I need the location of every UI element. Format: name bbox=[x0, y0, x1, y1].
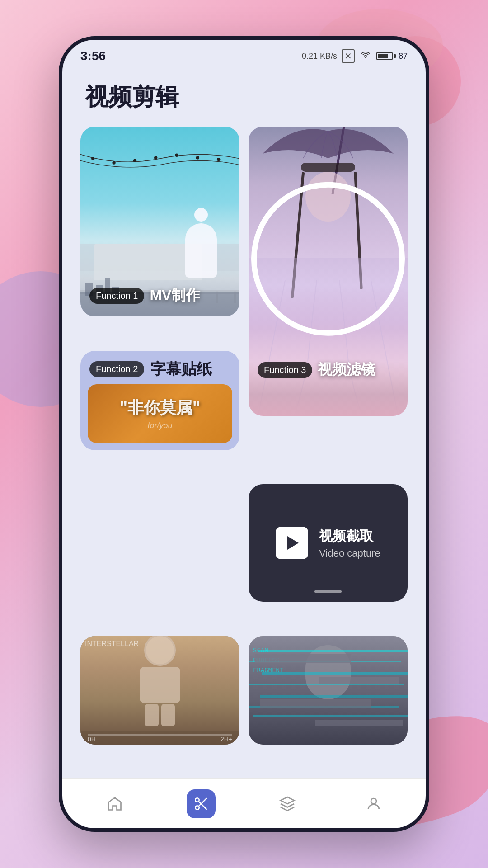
nav-item-profile[interactable] bbox=[342, 786, 405, 822]
calligraphy-text-2: for/you bbox=[147, 421, 172, 430]
capture-title: 视频截取 bbox=[319, 527, 380, 546]
svg-point-5 bbox=[175, 154, 178, 157]
capture-subtitle: Video capture bbox=[319, 547, 380, 559]
capture-slider bbox=[314, 590, 342, 593]
svg-point-2 bbox=[112, 161, 115, 164]
bottom-spacer bbox=[80, 769, 408, 778]
layers-icon bbox=[279, 796, 296, 812]
nav-edit-active-bg bbox=[187, 789, 216, 818]
svg-point-4 bbox=[154, 156, 157, 159]
video-progress-bar bbox=[88, 734, 232, 736]
status-icons: 0.21 KB/s ✕ 87 bbox=[302, 49, 408, 63]
svg-point-7 bbox=[217, 158, 220, 161]
card-capture[interactable]: 视频截取 Video capture bbox=[249, 484, 408, 602]
bottom-nav bbox=[62, 778, 426, 828]
status-bar: 3:56 0.21 KB/s ✕ 87 bbox=[62, 40, 426, 72]
filter-function-tag: Function 3 bbox=[258, 362, 312, 378]
svg-point-6 bbox=[196, 156, 199, 159]
glitch-image: SCANPROCESSFRAGMENT bbox=[249, 636, 408, 745]
play-icon bbox=[283, 534, 301, 552]
battery-icon: 87 bbox=[376, 52, 408, 61]
capture-text-block: 视频截取 Video capture bbox=[319, 527, 380, 559]
video-time-end: 2H+ bbox=[221, 736, 232, 743]
edit-scissors-icon bbox=[193, 796, 209, 811]
capture-icon-box bbox=[276, 527, 308, 559]
calligraphy-text-1: "非你莫属" bbox=[120, 397, 200, 419]
astronaut-image: INTERSTELLAR 0H 2H+ bbox=[80, 636, 239, 745]
wifi-icon bbox=[359, 50, 372, 62]
card-bottom-right[interactable]: SCANPROCESSFRAGMENT bbox=[249, 636, 408, 745]
mv-function-tag: Function 1 bbox=[89, 288, 144, 304]
svg-point-11 bbox=[195, 806, 199, 810]
filter-function-badge: Function 3 视频滤镜 bbox=[258, 360, 375, 380]
card-bottom-left[interactable]: INTERSTELLAR 0H 2H+ bbox=[80, 636, 239, 745]
svg-marker-9 bbox=[287, 536, 299, 550]
nav-item-edit[interactable] bbox=[169, 786, 233, 822]
svg-point-0 bbox=[365, 57, 366, 58]
status-time: 3:56 bbox=[80, 49, 106, 63]
profile-icon bbox=[366, 796, 382, 812]
subtitle-function-tag: Function 2 bbox=[89, 361, 144, 377]
svg-point-14 bbox=[371, 798, 376, 804]
phone-frame: 3:56 0.21 KB/s ✕ 87 视频剪辑 bbox=[59, 36, 429, 832]
card-subtitle-label[interactable]: Function 2 字幕贴纸 "非你莫属" for/you bbox=[80, 351, 239, 450]
home-icon bbox=[107, 796, 123, 812]
app-content: 视频剪辑 bbox=[62, 72, 426, 778]
x-icon: ✕ bbox=[342, 49, 355, 63]
svg-point-10 bbox=[195, 798, 199, 802]
filter-label: 视频滤镜 bbox=[318, 360, 375, 380]
grid-container: Function 1 MV制作 bbox=[80, 127, 408, 769]
mv-function-badge: Function 1 MV制作 bbox=[89, 286, 200, 306]
svg-point-3 bbox=[133, 159, 136, 162]
svg-point-1 bbox=[91, 157, 94, 160]
video-time-start: 0H bbox=[88, 736, 96, 743]
network-speed: 0.21 KB/s bbox=[302, 52, 337, 61]
circle-overlay bbox=[251, 182, 405, 336]
card-mv[interactable]: Function 1 MV制作 bbox=[80, 127, 239, 316]
nav-item-home[interactable] bbox=[83, 786, 146, 822]
video-overlay-text: INTERSTELLAR bbox=[85, 640, 139, 648]
page-title: 视频剪辑 bbox=[80, 81, 408, 113]
subtitle-label: 字幕贴纸 bbox=[150, 359, 212, 380]
nav-item-layers[interactable] bbox=[256, 786, 319, 822]
mv-label: MV制作 bbox=[150, 286, 200, 306]
card-filter[interactable]: Function 3 视频滤镜 bbox=[249, 127, 408, 416]
subtitle-label-area: Function 2 字幕贴纸 bbox=[80, 351, 239, 384]
